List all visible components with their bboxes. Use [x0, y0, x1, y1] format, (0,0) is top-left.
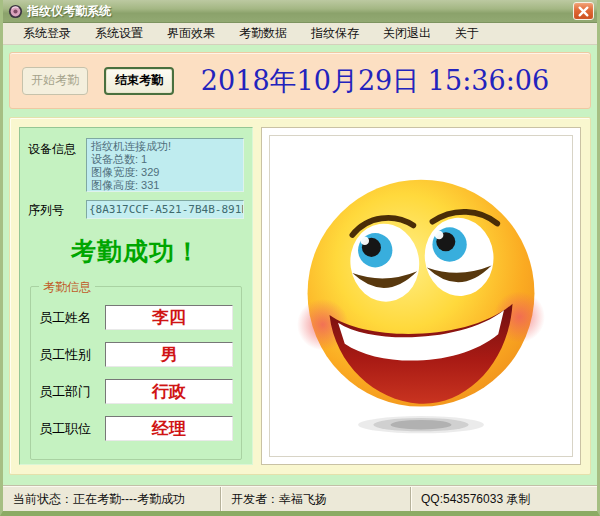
- attendance-success-message: 考勤成功！: [28, 235, 244, 268]
- statusbar: 当前状态：正在考勤----考勤成功 开发者：幸福飞扬 QQ:543576033 …: [3, 486, 597, 511]
- app-window: 指纹仪考勤系统 系统登录 系统设置 界面效果 考勤数据 指纹保存 关闭退出 关于…: [0, 0, 600, 516]
- employee-name-field[interactable]: 李四: [105, 305, 233, 330]
- device-info-label: 设备信息: [28, 138, 86, 192]
- device-info-row: 设备信息 指纹机连接成功! 设备总数: 1 图像宽度: 329 图像高度: 33…: [28, 138, 244, 192]
- main-panel: 设备信息 指纹机连接成功! 设备总数: 1 图像宽度: 329 图像高度: 33…: [9, 117, 591, 475]
- window-title: 指纹仪考勤系统: [27, 3, 573, 20]
- device-info-panel: 设备信息 指纹机连接成功! 设备总数: 1 图像宽度: 329 图像高度: 33…: [19, 127, 253, 465]
- employee-gender-field[interactable]: 男: [105, 342, 233, 367]
- menubar: 系统登录 系统设置 界面效果 考勤数据 指纹保存 关闭退出 关于: [3, 23, 597, 45]
- menu-item-fingerprint-save[interactable]: 指纹保存: [299, 22, 371, 45]
- datetime-display: 2018年10月29日 15:36:06: [174, 63, 590, 99]
- device-info-line: 图像宽度: 329: [91, 166, 239, 179]
- toolbar-panel: 开始考勤 结束考勤 2018年10月29日 15:36:06: [9, 52, 591, 109]
- serial-row: 序列号 {8A317CCF-A521-7B4B-891E-34597I: [28, 199, 244, 219]
- employee-name-label: 员工姓名: [39, 309, 105, 327]
- employee-position-label: 员工职位: [39, 420, 105, 438]
- device-info-line: 设备总数: 1: [91, 153, 239, 166]
- app-icon: [8, 4, 23, 19]
- menu-item-attendance-data[interactable]: 考勤数据: [227, 22, 299, 45]
- employee-department-row: 员工部门 行政: [39, 379, 233, 404]
- end-attendance-button[interactable]: 结束考勤: [104, 67, 174, 95]
- employee-position-row: 员工职位 经理: [39, 416, 233, 441]
- menu-item-system-settings[interactable]: 系统设置: [83, 22, 155, 45]
- device-info-textbox[interactable]: 指纹机连接成功! 设备总数: 1 图像宽度: 329 图像高度: 331: [86, 138, 244, 192]
- employee-department-field[interactable]: 行政: [105, 379, 233, 404]
- menu-item-system-login[interactable]: 系统登录: [11, 22, 83, 45]
- attendance-info-groupbox: 考勤信息 员工姓名 李四 员工性别 男 员工部门 行政 员工职位: [30, 286, 242, 460]
- smiley-image: [278, 148, 564, 444]
- picture-box: [261, 127, 581, 465]
- menu-item-about[interactable]: 关于: [443, 22, 491, 45]
- status-qq: QQ:543576033 承制: [411, 487, 597, 511]
- close-icon: [578, 6, 589, 17]
- employee-department-label: 员工部门: [39, 383, 105, 401]
- status-current-state: 当前状态：正在考勤----考勤成功: [3, 487, 221, 511]
- close-button[interactable]: [573, 2, 594, 20]
- employee-name-row: 员工姓名 李四: [39, 305, 233, 330]
- content-area: 开始考勤 结束考勤 2018年10月29日 15:36:06 设备信息 指纹机连…: [3, 45, 597, 486]
- attendance-info-title: 考勤信息: [39, 279, 95, 296]
- start-attendance-button[interactable]: 开始考勤: [22, 67, 88, 95]
- serial-number-field[interactable]: {8A317CCF-A521-7B4B-891E-34597I: [86, 200, 244, 219]
- serial-label: 序列号: [28, 199, 86, 219]
- employee-gender-label: 员工性别: [39, 346, 105, 364]
- device-info-line: 指纹机连接成功!: [91, 140, 239, 153]
- menu-item-close-exit[interactable]: 关闭退出: [371, 22, 443, 45]
- titlebar[interactable]: 指纹仪考勤系统: [3, 0, 597, 23]
- employee-position-field[interactable]: 经理: [105, 416, 233, 441]
- status-developer: 开发者：幸福飞扬: [221, 487, 411, 511]
- menu-item-ui-effects[interactable]: 界面效果: [155, 22, 227, 45]
- employee-gender-row: 员工性别 男: [39, 342, 233, 367]
- device-info-line: 图像高度: 331: [91, 179, 239, 192]
